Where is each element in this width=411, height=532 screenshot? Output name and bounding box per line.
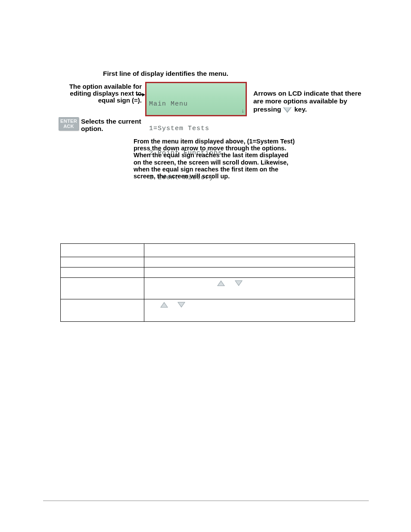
footer-left: Model 5820XL Installation/Operation Manu… <box>43 504 145 510</box>
figure-caption-top: First line of display identifies the men… <box>103 70 258 78</box>
table-cell-to: Select a menu option <box>61 268 144 278</box>
table-cell-to: Display the Main Menu <box>61 257 144 268</box>
table-cell-to: Enter Data <box>61 299 144 322</box>
cell-text: or <box>227 280 234 286</box>
cell-text: or <box>170 301 177 308</box>
paragraph-event-history: The event history displays on the annunc… <box>43 459 362 486</box>
enter-label-top: ENTER <box>59 118 79 124</box>
heading-event-history: 8.3.2 Event History <box>43 446 116 455</box>
cell-text: Move through the list using <box>148 280 216 286</box>
table-header-row: To Do This <box>61 244 355 257</box>
cell-text: to scroll through the number and/or char… <box>148 301 342 315</box>
table-cell-do: Move through the list using or . When th… <box>144 278 355 299</box>
down-arrow-icon <box>283 107 292 113</box>
table-cell-do: Press ENTER/ACK. <box>144 257 355 268</box>
up-arrow-icon <box>160 302 168 308</box>
paragraph-menu-options: After you have entered the Main Menu, yo… <box>43 362 362 380</box>
table-cell-do: Use or to scroll through the number and/… <box>144 299 355 322</box>
heading-system-tests: 8.3.1 System Tests <box>43 393 116 402</box>
table-cell-to: Select an option from a list <box>61 278 144 299</box>
left-annotation: The option available for editing display… <box>56 83 142 103</box>
cell-text: Use <box>148 301 159 308</box>
table-header-to: To <box>61 244 144 257</box>
table-cell-do: Press the number key that corresponds to… <box>144 268 355 278</box>
figure-under-paragraph: From the menu item displayed above, (1=S… <box>134 138 297 180</box>
footer-right: 8-3 <box>353 504 368 510</box>
lcd-line-2: 1=System Tests <box>149 124 243 133</box>
down-arrow-icon <box>235 280 243 286</box>
right-annotation: Arrows on LCD indicate that there are mo… <box>253 90 365 113</box>
table-row: Select a menu option Press the number ke… <box>61 268 355 278</box>
right-annotation-pre: Arrows on LCD indicate that there are mo… <box>253 90 361 113</box>
lcd-line-1: Main Menu <box>149 100 243 108</box>
enter-ack-button[interactable]: ENTER ACK <box>59 117 79 131</box>
heading-menu-options: 8.3 Menu Options <box>43 345 129 358</box>
enter-ack-caption: Selects the current option. <box>81 118 150 132</box>
lcd-scroll-down-icon: ↓ <box>242 106 245 115</box>
up-arrow-icon <box>217 280 225 286</box>
paragraph-system-tests: This feature allows you to test the annu… <box>43 406 362 442</box>
heading-menu-nav: 8.2 Menu Navigation <box>43 210 143 222</box>
table-header-do: Do This <box>144 244 355 257</box>
paragraph-menu-nav-intro: Moving through menu options on the annun… <box>43 226 353 244</box>
annotation-arrow <box>136 94 145 95</box>
table-caption: Table 8-1: Navigating in the Annunciator… <box>60 327 355 334</box>
table-row: Enter Data Use or to scroll through the … <box>61 299 355 322</box>
lcd-display: Main Menu 1=System Tests 2 Point Functio… <box>145 82 247 116</box>
right-annotation-post: key. <box>294 106 307 113</box>
table-row: Display the Main Menu Press ENTER/ACK. <box>61 257 355 268</box>
down-arrow-icon <box>177 302 185 308</box>
enter-label-bottom: ACK <box>59 124 79 129</box>
table-row: Select an option from a list Move throug… <box>61 278 355 299</box>
navigation-table: To Do This Display the Main Menu Press E… <box>60 243 355 322</box>
footer-rule <box>43 501 369 501</box>
figure-caption: Figure 8-1: Main Menu Screen <box>133 192 284 199</box>
